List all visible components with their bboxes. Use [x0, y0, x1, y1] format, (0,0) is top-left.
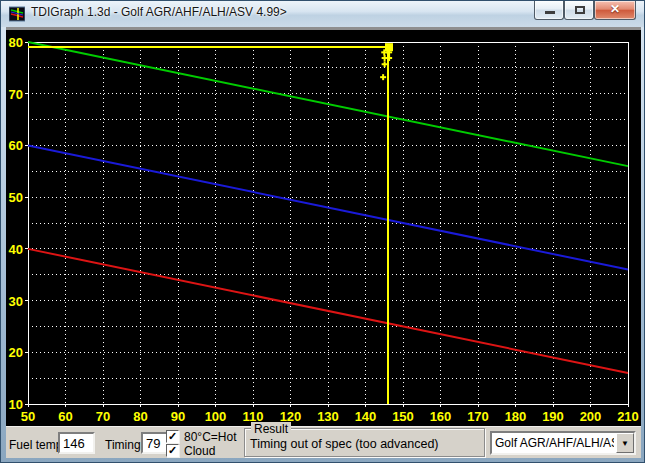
- svg-text:100: 100: [205, 409, 227, 424]
- result-text: Timing out of spec (too advanced): [250, 437, 439, 451]
- chevron-down-icon: ▼: [621, 439, 629, 448]
- svg-text:190: 190: [542, 409, 564, 424]
- svg-text:160: 160: [430, 409, 452, 424]
- svg-text:200: 200: [580, 409, 602, 424]
- dropdown-arrow-button[interactable]: ▼: [616, 433, 634, 453]
- timing-input[interactable]: [141, 432, 169, 454]
- hot-checkbox[interactable]: ✓: [166, 430, 179, 443]
- svg-text:90: 90: [171, 409, 185, 424]
- result-groupbox: Result Timing out of spec (too advanced): [244, 428, 485, 457]
- svg-text:30: 30: [9, 294, 23, 309]
- svg-text:180: 180: [505, 409, 527, 424]
- svg-text:210: 210: [617, 409, 639, 424]
- app-icon: [9, 6, 25, 22]
- maximize-icon: [575, 6, 585, 14]
- cloud-checkbox[interactable]: ✓: [166, 444, 179, 457]
- maximize-button[interactable]: [564, 1, 594, 20]
- svg-text:40: 40: [9, 242, 23, 257]
- svg-text:20: 20: [9, 345, 23, 360]
- profile-dropdown[interactable]: Golf AGR/AHF/ALH/ASV - ▼: [490, 431, 636, 455]
- minimize-icon: [545, 11, 555, 14]
- application-window: TDIGraph 1.3d - Golf AGR/AHF/ALH/ASV 4.9…: [0, 0, 645, 463]
- svg-text:10: 10: [9, 397, 23, 412]
- chart-region: 5060708090100110120130140150160170180190…: [6, 27, 641, 426]
- minimize-button[interactable]: [534, 1, 564, 20]
- window-controls: ✕: [534, 1, 636, 20]
- svg-text:60: 60: [9, 138, 23, 153]
- svg-text:130: 130: [317, 409, 339, 424]
- fuel-temp-label: Fuel temp: [9, 438, 62, 452]
- close-button[interactable]: ✕: [594, 1, 636, 20]
- result-group-title: Result: [251, 422, 291, 436]
- svg-text:80: 80: [133, 409, 147, 424]
- svg-text:50: 50: [9, 190, 23, 205]
- timing-chart: 5060708090100110120130140150160170180190…: [6, 27, 641, 426]
- svg-text:70: 70: [96, 409, 110, 424]
- close-icon: ✕: [595, 2, 635, 16]
- svg-text:70: 70: [9, 87, 23, 102]
- hot-checkbox-label: 80°C=Hot: [184, 430, 237, 444]
- controls-bar: Fuel temp Timing ✓ 80°C=Hot ✓ Cloud Resu…: [6, 426, 641, 458]
- title-bar[interactable]: TDIGraph 1.3d - Golf AGR/AHF/ALH/ASV 4.9…: [1, 1, 644, 27]
- timing-label: Timing: [105, 438, 141, 452]
- window-title: TDIGraph 1.3d - Golf AGR/AHF/ALH/ASV 4.9…: [31, 5, 287, 19]
- svg-text:60: 60: [58, 409, 72, 424]
- svg-text:150: 150: [392, 409, 414, 424]
- fuel-temp-input[interactable]: [58, 432, 95, 454]
- svg-text:80: 80: [9, 35, 23, 50]
- svg-text:140: 140: [355, 409, 377, 424]
- svg-text:170: 170: [467, 409, 489, 424]
- profile-dropdown-value: Golf AGR/AHF/ALH/ASV -: [495, 436, 614, 450]
- cloud-checkbox-label: Cloud: [184, 444, 215, 458]
